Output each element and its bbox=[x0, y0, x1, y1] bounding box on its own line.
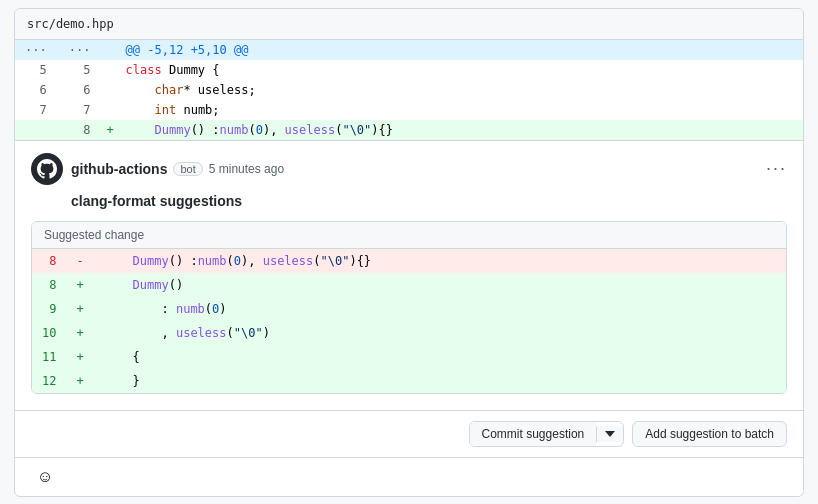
avatar bbox=[31, 153, 63, 185]
table-row: 6 6 char* useless; bbox=[15, 80, 803, 100]
suggestion-added-row: 8 + Dummy() bbox=[32, 273, 786, 297]
table-row: 7 7 int numb; bbox=[15, 100, 803, 120]
hunk-new-num: ··· bbox=[59, 40, 103, 60]
comment-section: github-actions bot 5 minutes ago ··· cla… bbox=[15, 140, 803, 496]
file-path: src/demo.hpp bbox=[27, 17, 114, 31]
more-options-button[interactable]: ··· bbox=[766, 158, 787, 179]
comment-author: github-actions bbox=[71, 161, 167, 177]
bot-badge: bot bbox=[173, 162, 202, 176]
hunk-old-num: ··· bbox=[15, 40, 59, 60]
commit-suggestion-button[interactable]: Commit suggestion bbox=[470, 422, 597, 446]
comment-header: github-actions bot 5 minutes ago ··· bbox=[15, 141, 803, 193]
add-to-batch-button[interactable]: Add suggestion to batch bbox=[632, 421, 787, 447]
pr-diff-container: src/demo.hpp ··· ··· @@ -5,12 +5,10 @@ 5… bbox=[14, 8, 804, 497]
action-bar: Commit suggestion Add suggestion to batc… bbox=[15, 410, 803, 457]
hunk-header-text: @@ -5,12 +5,10 @@ bbox=[118, 40, 803, 60]
emoji-reaction-button[interactable]: ☺ bbox=[31, 466, 59, 488]
commit-suggestion-group: Commit suggestion bbox=[469, 421, 625, 447]
emoji-bar: ☺ bbox=[15, 457, 803, 496]
suggestion-removed-row: 8 - Dummy() :numb(0), useless("\0"){} bbox=[32, 249, 786, 273]
suggestion-label: Suggested change bbox=[32, 222, 786, 249]
comment-title: clang-format suggestions bbox=[15, 193, 803, 221]
comment-time: 5 minutes ago bbox=[209, 162, 284, 176]
file-header: src/demo.hpp bbox=[15, 9, 803, 40]
suggestion-added-row: 11 + { bbox=[32, 345, 786, 369]
diff-table: ··· ··· @@ -5,12 +5,10 @@ 5 5 class Dumm… bbox=[15, 40, 803, 140]
comment-meta: github-actions bot 5 minutes ago bbox=[71, 161, 758, 177]
suggestion-box: Suggested change 8 - Dummy() :numb(0), u… bbox=[31, 221, 787, 394]
table-row: 8 + Dummy() :numb(0), useless("\0"){} bbox=[15, 120, 803, 140]
commit-suggestion-dropdown[interactable] bbox=[596, 426, 623, 442]
hunk-header-row: ··· ··· @@ -5,12 +5,10 @@ bbox=[15, 40, 803, 60]
suggestion-added-row: 10 + , useless("\0") bbox=[32, 321, 786, 345]
suggestion-added-row: 12 + } bbox=[32, 369, 786, 393]
suggestion-diff-table: 8 - Dummy() :numb(0), useless("\0"){} 8 … bbox=[32, 249, 786, 393]
chevron-down-icon bbox=[605, 431, 615, 437]
table-row: 5 5 class Dummy { bbox=[15, 60, 803, 80]
suggestion-added-row: 9 + : numb(0) bbox=[32, 297, 786, 321]
